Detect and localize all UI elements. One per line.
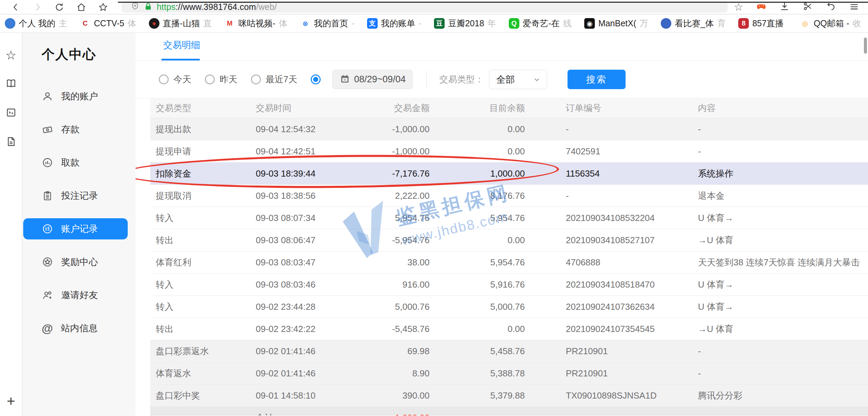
address-bar[interactable]: https://www.3981764.com/web/	[122, 1, 728, 13]
date-range-picker[interactable]: 31 08/29~09/04	[332, 70, 413, 89]
bookmark-item[interactable]: M 咪咕视频- 体	[224, 18, 287, 29]
sidebar-item-deposit[interactable]: 存款	[23, 119, 128, 140]
sidebar-item-label: 账户记录	[61, 223, 98, 235]
cell-balance: 0.00	[430, 235, 525, 246]
reload-icon[interactable]	[48, 2, 70, 12]
bookmark-item[interactable]: ● 直播-山猫 直	[149, 18, 212, 29]
bookmark-favicon: ⊗	[300, 18, 311, 29]
gamepad-extension-icon[interactable]	[756, 1, 767, 13]
tab-transaction-details[interactable]: 交易明细	[163, 39, 200, 51]
cell-content: U 体育→	[698, 279, 868, 291]
forward-icon[interactable]	[27, 2, 48, 12]
cell-balance: 5,000.76	[430, 302, 525, 312]
sidebar-item-my-account[interactable]: 我的账户	[23, 86, 128, 107]
cell-type: 盘口彩票返水	[150, 345, 250, 357]
sidebar-item-account-records[interactable]: 账户记录	[23, 218, 128, 239]
bookmark-item[interactable]: 8 857直播	[738, 18, 787, 29]
radio-custom-range[interactable]	[311, 74, 321, 84]
cell-balance: 5,379.88	[430, 390, 525, 401]
cell-time: 09-03 18:38:56	[250, 191, 341, 201]
bookmark-favicon: Q	[509, 18, 519, 29]
notes-icon[interactable]	[5, 136, 17, 149]
radio-last7days[interactable]	[251, 74, 261, 84]
cell-time: 09-03 08:07:34	[250, 213, 341, 223]
cell-order-number: 1156354	[525, 168, 698, 179]
cell-time: 09-03 08:03:46	[250, 279, 341, 290]
undo-icon[interactable]	[826, 1, 836, 13]
cell-balance: 0.00	[430, 324, 525, 334]
scrollbar-thumb[interactable]	[864, 38, 867, 54]
bookmark-item[interactable]: 支 我的账单 -	[367, 18, 421, 29]
bookmarks-bar: 个人 我的 主 C CCTV-5 体 ● 直播-山猫 直 M 咪咕视频- 体 ⊗…	[0, 14, 868, 33]
sidebar-item-rewards[interactable]: 奖励中心	[23, 251, 128, 273]
cell-order-number: PR210901	[525, 346, 698, 357]
radio-yesterday[interactable]	[205, 74, 215, 84]
bookmark-favicon: M	[224, 18, 235, 29]
cell-content: 天天签到38 连续7天惊喜 连续满月大暴击	[698, 256, 868, 268]
date-range-value: 08/29~09/04	[354, 74, 406, 85]
back-icon[interactable]	[5, 2, 27, 12]
cell-time: 09-02 23:42:22	[250, 324, 341, 334]
download-icon[interactable]	[779, 1, 790, 13]
sidebar-item-label: 我的账户	[61, 90, 98, 102]
cell-type: 转入	[150, 279, 250, 291]
sidebar-menu: 我的账户 存款 取款 投注记录 账户记录 奖励中心	[22, 86, 136, 339]
sidebar-item-label: 存款	[61, 123, 80, 136]
bookmark-item[interactable]: Q 爱奇艺-在 线	[509, 18, 572, 29]
home-icon[interactable]	[70, 2, 92, 12]
table-row: 盘口彩中奖 09-01 14:58:10 390.00 5,379.88 TX0…	[150, 385, 868, 407]
toolbar-right-icons: ☆	[734, 1, 859, 13]
cell-time: 09-03 08:03:47	[250, 257, 341, 268]
bookmark-item[interactable]: ◉ ManBetX( 万	[584, 18, 648, 29]
bookmark-favicon	[5, 18, 15, 29]
transaction-type-select[interactable]: 全部	[489, 70, 547, 89]
cell-amount: 390.00	[341, 390, 430, 401]
sidebar-item-label: 邀请好友	[61, 289, 98, 301]
shield-icon[interactable]	[130, 2, 140, 12]
filter-bar: 今天 昨天 最近7天 31 08/29~09/04 交易类型： 全部 搜索	[136, 61, 868, 98]
page-title: 个人中心	[22, 46, 136, 63]
cell-amount: 69.98	[341, 346, 430, 357]
sidebar-item-invite-friends[interactable]: 邀请好友	[23, 285, 128, 306]
scissors-icon[interactable]	[802, 1, 813, 13]
bookmark-item[interactable]: 个人 我的 主	[5, 18, 67, 29]
bookmark-item[interactable]: 豆 豆瓣2018 年	[434, 18, 496, 29]
cell-content: -	[698, 346, 868, 357]
bookmark-item[interactable]: ◎ QQ邮箱 - 收	[800, 18, 861, 29]
table-row: 盘口彩票返水 09-02 01:41:46 69.98 5,458.76 PR2…	[150, 340, 868, 362]
table-row: 转入 09-02 23:44:28 5,000.76 5,000.76 2021…	[150, 296, 868, 318]
table-row: 转入 09-03 08:07:34 5,954.76 5,954.76 2021…	[150, 207, 868, 229]
cell-order-number: 202109024107354545	[525, 324, 698, 334]
favorites-icon[interactable]	[92, 2, 114, 12]
cell-time: 09-04 12:54:32	[250, 124, 341, 135]
cell-content: 退本金	[698, 190, 868, 202]
cell-order-number: PR210901	[525, 368, 698, 379]
calendar-icon: 31	[340, 74, 350, 85]
add-icon[interactable]: +	[7, 393, 15, 410]
sidebar-item-bet-records[interactable]: 投注记录	[23, 185, 128, 206]
bookmark-item[interactable]: C CCTV-5 体	[80, 18, 136, 29]
bookmark-item[interactable]: 看比赛_体 育	[661, 18, 726, 29]
radio-today-label: 今天	[173, 73, 191, 85]
sidebar-item-site-messages[interactable]: @ 站内信息	[23, 318, 128, 339]
search-button[interactable]: 搜索	[568, 70, 626, 89]
window-edge-line	[118, 2, 868, 3]
bookmark-favicon: 支	[367, 18, 378, 29]
radio-today[interactable]	[159, 74, 169, 84]
cell-order-number: -	[525, 191, 698, 201]
favorites-star-icon[interactable]: ☆	[5, 49, 16, 61]
sidebar-item-label: 取款	[61, 156, 80, 169]
cell-balance: 5,916.76	[430, 279, 525, 290]
code-panel-icon[interactable]	[5, 107, 17, 120]
cell-balance: 5,458.76	[430, 346, 525, 357]
bookmark-item[interactable]: ⊗ 我的首页 -	[300, 18, 354, 29]
col-header-time: 交易时间	[250, 102, 341, 114]
reading-list-icon[interactable]	[5, 78, 17, 91]
url-text: https://www.3981764.com/web/	[157, 2, 277, 12]
cell-amount: -7,176.76	[341, 168, 430, 179]
col-header-order: 订单编号	[525, 102, 698, 114]
bookmark-star-icon[interactable]: ☆	[734, 2, 743, 12]
menu-icon[interactable]	[849, 1, 859, 13]
withdraw-icon	[42, 157, 53, 168]
sidebar-item-withdraw[interactable]: 取款	[23, 152, 128, 173]
